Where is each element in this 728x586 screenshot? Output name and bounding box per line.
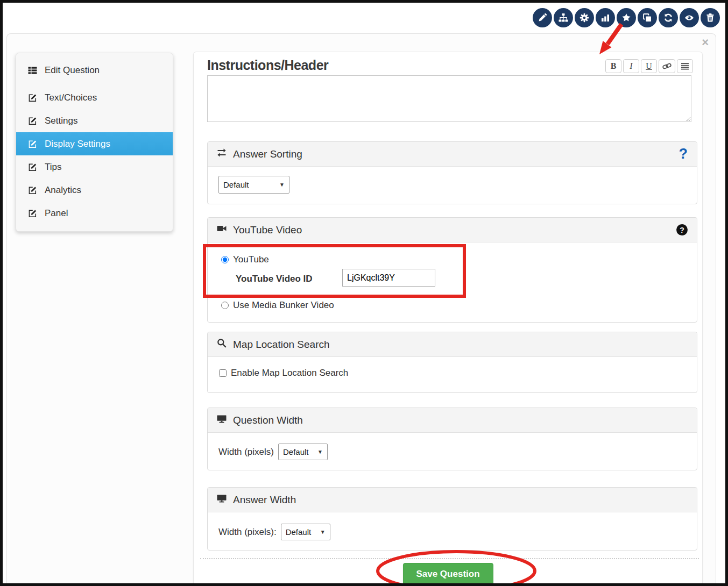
sidebar-item-edit-question[interactable]: Edit Question bbox=[16, 59, 173, 82]
gear-icon[interactable] bbox=[575, 8, 594, 27]
bar-chart-icon[interactable] bbox=[596, 8, 615, 27]
sidebar-item-label: Text/Choices bbox=[45, 92, 97, 103]
sidebar-item-label: Settings bbox=[45, 116, 77, 126]
answer-width-select[interactable]: Default ▼ bbox=[281, 524, 330, 540]
enable-map-search-checkbox[interactable] bbox=[219, 369, 227, 377]
screenshot-frame: × Edit Question Text/Choices Settings bbox=[0, 0, 728, 586]
display-settings-content: Instructions/Header B I U bbox=[193, 52, 703, 583]
pencil-square-icon bbox=[28, 209, 38, 218]
sidebar-item-panel[interactable]: Panel bbox=[16, 202, 173, 225]
sidebar-item-label: Display Settings bbox=[45, 139, 110, 149]
youtube-radio-row: YouTube bbox=[221, 254, 269, 265]
help-icon[interactable]: ? bbox=[676, 224, 688, 235]
link-icon[interactable] bbox=[659, 59, 675, 73]
page-title: Instructions/Header bbox=[207, 58, 328, 73]
justify-icon[interactable] bbox=[677, 59, 693, 73]
search-icon bbox=[217, 338, 227, 351]
youtube-video-header: YouTube Video ? bbox=[208, 218, 697, 242]
help-icon[interactable]: ? bbox=[679, 147, 688, 161]
instructions-textarea[interactable] bbox=[207, 75, 691, 122]
star-icon[interactable] bbox=[617, 8, 636, 27]
section-title: Map Location Search bbox=[233, 339, 330, 351]
sidebar-item-analytics[interactable]: Analytics bbox=[16, 178, 173, 202]
youtube-video-id-input[interactable] bbox=[342, 269, 435, 287]
youtube-video-id-label: YouTube Video ID bbox=[236, 274, 313, 284]
richtext-toolbar: B I U bbox=[605, 59, 693, 73]
pencil-square-icon bbox=[28, 116, 38, 125]
media-bunker-radio-row: Use Media Bunker Video bbox=[221, 300, 334, 311]
clone-icon[interactable] bbox=[638, 8, 657, 27]
italic-button[interactable]: I bbox=[623, 59, 639, 73]
sidebar-item-display-settings[interactable]: Display Settings bbox=[16, 132, 173, 155]
chevron-down-icon: ▼ bbox=[279, 182, 285, 188]
save-question-button[interactable]: Save Question bbox=[402, 563, 493, 585]
list-icon bbox=[28, 66, 38, 75]
sitemap-icon[interactable] bbox=[554, 8, 573, 27]
pencil-square-icon bbox=[28, 162, 38, 171]
sidebar-item-label: Panel bbox=[45, 208, 68, 219]
desktop-icon bbox=[217, 414, 227, 426]
section-title: Answer Sorting bbox=[233, 148, 302, 160]
section-title: Question Width bbox=[233, 415, 303, 426]
map-location-panel: Map Location Search Enable Map Location … bbox=[207, 332, 697, 393]
answer-sorting-select[interactable]: Default ▼ bbox=[218, 176, 289, 194]
media-bunker-radio[interactable] bbox=[221, 302, 229, 309]
question-width-header: Question Width bbox=[208, 408, 697, 433]
sidebar-item-label: Analytics bbox=[45, 185, 81, 196]
chevron-down-icon: ▼ bbox=[317, 449, 323, 455]
underline-button[interactable]: U bbox=[641, 59, 657, 73]
youtube-video-panel: YouTube Video ? YouTube YouTube Video ID… bbox=[207, 217, 697, 323]
question-width-select[interactable]: Default ▼ bbox=[278, 444, 328, 460]
width-label: Width (pixels) bbox=[218, 447, 274, 458]
close-icon[interactable]: × bbox=[702, 38, 709, 47]
exchange-icon bbox=[217, 148, 227, 160]
answer-width-row: Width (pixels): Default ▼ bbox=[218, 524, 330, 540]
question-width-row: Width (pixels) Default ▼ bbox=[218, 444, 328, 460]
youtube-radio[interactable] bbox=[221, 256, 229, 263]
sidebar-item-label: Edit Question bbox=[45, 65, 100, 76]
sidebar-item-tips[interactable]: Tips bbox=[16, 155, 173, 178]
width-label: Width (pixels): bbox=[218, 527, 277, 538]
section-title: Answer Width bbox=[233, 494, 296, 506]
map-location-header: Map Location Search bbox=[208, 332, 697, 357]
refresh-icon[interactable] bbox=[659, 8, 678, 27]
sidebar: Edit Question Text/Choices Settings Disp… bbox=[16, 53, 173, 232]
sidebar-item-text-choices[interactable]: Text/Choices bbox=[16, 86, 173, 109]
pencil-square-icon bbox=[28, 93, 38, 102]
sidebar-item-label: Tips bbox=[45, 162, 62, 173]
answer-sorting-panel: Answer Sorting ? Default ▼ bbox=[207, 141, 697, 204]
sidebar-item-settings[interactable]: Settings bbox=[16, 109, 173, 132]
pencil-square-icon bbox=[28, 139, 38, 148]
eye-icon[interactable] bbox=[680, 8, 699, 27]
question-width-panel: Question Width Width (pixels) Default ▼ bbox=[207, 408, 697, 470]
trash-icon[interactable] bbox=[701, 8, 720, 27]
enable-map-search-row: Enable Map Location Search bbox=[219, 368, 348, 378]
section-title: YouTube Video bbox=[233, 224, 302, 236]
answer-sorting-header: Answer Sorting ? bbox=[208, 142, 697, 167]
pencil-square-icon bbox=[28, 185, 38, 195]
pencil-icon[interactable] bbox=[533, 8, 552, 27]
footer-separator bbox=[200, 558, 699, 559]
answer-width-header: Answer Width bbox=[208, 488, 697, 512]
question-editor-modal: × Edit Question Text/Choices Settings bbox=[6, 33, 716, 583]
answer-width-panel: Answer Width Width (pixels): Default ▼ bbox=[207, 487, 697, 551]
chevron-down-icon: ▼ bbox=[320, 529, 326, 535]
desktop-icon bbox=[217, 494, 227, 506]
video-camera-icon bbox=[217, 224, 227, 236]
bold-button[interactable]: B bbox=[605, 59, 621, 73]
action-toolbar bbox=[533, 8, 720, 27]
